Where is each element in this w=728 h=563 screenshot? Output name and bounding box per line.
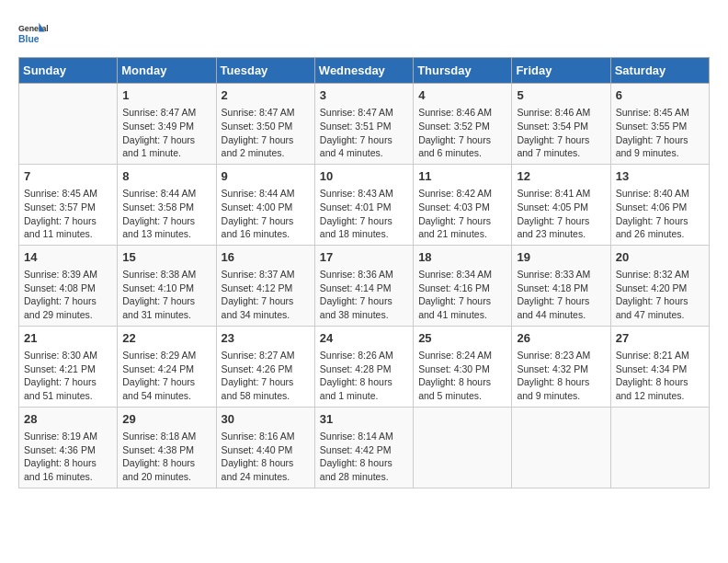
day-info: Sunrise: 8:29 AMSunset: 4:24 PMDaylight:…: [122, 349, 210, 403]
day-info: Sunrise: 8:18 AMSunset: 4:38 PMDaylight:…: [122, 430, 210, 484]
week-row-2: 7Sunrise: 8:45 AMSunset: 3:57 PMDaylight…: [19, 164, 710, 245]
calendar-cell: 9Sunrise: 8:44 AMSunset: 4:00 PMDaylight…: [216, 164, 314, 245]
calendar-cell: 7Sunrise: 8:45 AMSunset: 3:57 PMDaylight…: [19, 164, 118, 245]
col-header-tuesday: Tuesday: [216, 58, 314, 84]
day-info: Sunrise: 8:30 AMSunset: 4:21 PMDaylight:…: [24, 349, 112, 403]
day-info: Sunrise: 8:33 AMSunset: 4:18 PMDaylight:…: [517, 268, 605, 322]
calendar-cell: 2Sunrise: 8:47 AMSunset: 3:50 PMDaylight…: [216, 84, 314, 165]
day-info: Sunrise: 8:47 AMSunset: 3:49 PMDaylight:…: [122, 106, 210, 160]
day-info: Sunrise: 8:21 AMSunset: 4:34 PMDaylight:…: [616, 349, 704, 403]
week-row-5: 28Sunrise: 8:19 AMSunset: 4:36 PMDayligh…: [19, 407, 710, 488]
day-number: 9: [222, 168, 310, 185]
day-info: Sunrise: 8:47 AMSunset: 3:51 PMDaylight:…: [320, 106, 408, 160]
col-header-friday: Friday: [512, 58, 610, 84]
calendar-cell: 20Sunrise: 8:32 AMSunset: 4:20 PMDayligh…: [610, 245, 709, 326]
calendar-cell: 13Sunrise: 8:40 AMSunset: 4:06 PMDayligh…: [610, 164, 709, 245]
day-number: 25: [418, 330, 506, 347]
calendar-cell: 19Sunrise: 8:33 AMSunset: 4:18 PMDayligh…: [512, 245, 610, 326]
day-number: 20: [616, 249, 704, 266]
calendar-cell: 11Sunrise: 8:42 AMSunset: 4:03 PMDayligh…: [414, 164, 512, 245]
calendar-cell: 6Sunrise: 8:45 AMSunset: 3:55 PMDaylight…: [610, 84, 709, 165]
calendar-cell: 27Sunrise: 8:21 AMSunset: 4:34 PMDayligh…: [610, 326, 709, 407]
day-number: 31: [320, 411, 408, 428]
day-info: Sunrise: 8:45 AMSunset: 3:55 PMDaylight:…: [616, 106, 704, 160]
day-number: 7: [24, 168, 112, 185]
day-info: Sunrise: 8:44 AMSunset: 3:58 PMDaylight:…: [122, 187, 210, 241]
day-number: 10: [320, 168, 408, 185]
day-number: 6: [616, 87, 704, 104]
day-number: 26: [517, 330, 605, 347]
day-number: 8: [122, 168, 210, 185]
day-number: 24: [320, 330, 408, 347]
week-row-1: 1Sunrise: 8:47 AMSunset: 3:49 PMDaylight…: [19, 84, 710, 165]
col-header-wednesday: Wednesday: [314, 58, 413, 84]
calendar-cell: 21Sunrise: 8:30 AMSunset: 4:21 PMDayligh…: [19, 326, 118, 407]
day-number: 17: [320, 249, 408, 266]
day-info: Sunrise: 8:41 AMSunset: 4:05 PMDaylight:…: [517, 187, 605, 241]
col-header-saturday: Saturday: [610, 58, 709, 84]
calendar-cell: 31Sunrise: 8:14 AMSunset: 4:42 PMDayligh…: [314, 407, 413, 488]
calendar-cell: 15Sunrise: 8:38 AMSunset: 4:10 PMDayligh…: [118, 245, 216, 326]
day-info: Sunrise: 8:24 AMSunset: 4:30 PMDaylight:…: [418, 349, 506, 403]
calendar-cell: 16Sunrise: 8:37 AMSunset: 4:12 PMDayligh…: [216, 245, 314, 326]
day-info: Sunrise: 8:19 AMSunset: 4:36 PMDaylight:…: [24, 430, 112, 484]
day-info: Sunrise: 8:34 AMSunset: 4:16 PMDaylight:…: [418, 268, 506, 322]
day-info: Sunrise: 8:16 AMSunset: 4:40 PMDaylight:…: [222, 430, 310, 484]
day-number: 18: [418, 249, 506, 266]
header-row: SundayMondayTuesdayWednesdayThursdayFrid…: [19, 58, 710, 84]
day-info: Sunrise: 8:26 AMSunset: 4:28 PMDaylight:…: [320, 349, 408, 403]
calendar-cell: 3Sunrise: 8:47 AMSunset: 3:51 PMDaylight…: [314, 84, 413, 165]
day-number: 4: [418, 87, 506, 104]
calendar-cell: 18Sunrise: 8:34 AMSunset: 4:16 PMDayligh…: [414, 245, 512, 326]
calendar-cell: 10Sunrise: 8:43 AMSunset: 4:01 PMDayligh…: [314, 164, 413, 245]
svg-text:General: General: [18, 24, 48, 33]
calendar-cell: 4Sunrise: 8:46 AMSunset: 3:52 PMDaylight…: [414, 84, 512, 165]
day-number: 15: [122, 249, 210, 266]
svg-text:Blue: Blue: [18, 34, 40, 44]
day-number: 28: [24, 411, 112, 428]
calendar-cell: 25Sunrise: 8:24 AMSunset: 4:30 PMDayligh…: [414, 326, 512, 407]
day-number: 22: [122, 330, 210, 347]
col-header-sunday: Sunday: [19, 58, 118, 84]
day-info: Sunrise: 8:23 AMSunset: 4:32 PMDaylight:…: [517, 349, 605, 403]
day-number: 27: [616, 330, 704, 347]
day-number: 2: [222, 87, 310, 104]
calendar-cell: 8Sunrise: 8:44 AMSunset: 3:58 PMDaylight…: [118, 164, 216, 245]
day-number: 16: [222, 249, 310, 266]
calendar-cell: 29Sunrise: 8:18 AMSunset: 4:38 PMDayligh…: [118, 407, 216, 488]
calendar-cell: 1Sunrise: 8:47 AMSunset: 3:49 PMDaylight…: [118, 84, 216, 165]
calendar-cell: [512, 407, 610, 488]
calendar-cell: 12Sunrise: 8:41 AMSunset: 4:05 PMDayligh…: [512, 164, 610, 245]
calendar-cell: 23Sunrise: 8:27 AMSunset: 4:26 PMDayligh…: [216, 326, 314, 407]
calendar-cell: 5Sunrise: 8:46 AMSunset: 3:54 PMDaylight…: [512, 84, 610, 165]
day-info: Sunrise: 8:45 AMSunset: 3:57 PMDaylight:…: [24, 187, 112, 241]
day-number: 14: [24, 249, 112, 266]
week-row-4: 21Sunrise: 8:30 AMSunset: 4:21 PMDayligh…: [19, 326, 710, 407]
day-info: Sunrise: 8:46 AMSunset: 3:54 PMDaylight:…: [517, 106, 605, 160]
day-number: 30: [222, 411, 310, 428]
col-header-monday: Monday: [118, 58, 216, 84]
calendar-cell: [19, 84, 118, 165]
calendar-cell: 14Sunrise: 8:39 AMSunset: 4:08 PMDayligh…: [19, 245, 118, 326]
day-info: Sunrise: 8:37 AMSunset: 4:12 PMDaylight:…: [222, 268, 310, 322]
calendar-table: SundayMondayTuesdayWednesdayThursdayFrid…: [18, 57, 710, 488]
day-info: Sunrise: 8:46 AMSunset: 3:52 PMDaylight:…: [418, 106, 506, 160]
col-header-thursday: Thursday: [414, 58, 512, 84]
day-info: Sunrise: 8:38 AMSunset: 4:10 PMDaylight:…: [122, 268, 210, 322]
calendar-cell: [610, 407, 709, 488]
day-info: Sunrise: 8:39 AMSunset: 4:08 PMDaylight:…: [24, 268, 112, 322]
day-info: Sunrise: 8:40 AMSunset: 4:06 PMDaylight:…: [616, 187, 704, 241]
calendar-cell: 28Sunrise: 8:19 AMSunset: 4:36 PMDayligh…: [19, 407, 118, 488]
day-info: Sunrise: 8:42 AMSunset: 4:03 PMDaylight:…: [418, 187, 506, 241]
day-number: 23: [222, 330, 310, 347]
day-info: Sunrise: 8:44 AMSunset: 4:00 PMDaylight:…: [222, 187, 310, 241]
day-info: Sunrise: 8:27 AMSunset: 4:26 PMDaylight:…: [222, 349, 310, 403]
calendar-cell: 26Sunrise: 8:23 AMSunset: 4:32 PMDayligh…: [512, 326, 610, 407]
day-number: 3: [320, 87, 408, 104]
calendar-cell: 24Sunrise: 8:26 AMSunset: 4:28 PMDayligh…: [314, 326, 413, 407]
day-number: 29: [122, 411, 210, 428]
page-header: General Blue: [18, 18, 710, 48]
day-info: Sunrise: 8:14 AMSunset: 4:42 PMDaylight:…: [320, 430, 408, 484]
day-info: Sunrise: 8:47 AMSunset: 3:50 PMDaylight:…: [222, 106, 310, 160]
calendar-cell: 30Sunrise: 8:16 AMSunset: 4:40 PMDayligh…: [216, 407, 314, 488]
